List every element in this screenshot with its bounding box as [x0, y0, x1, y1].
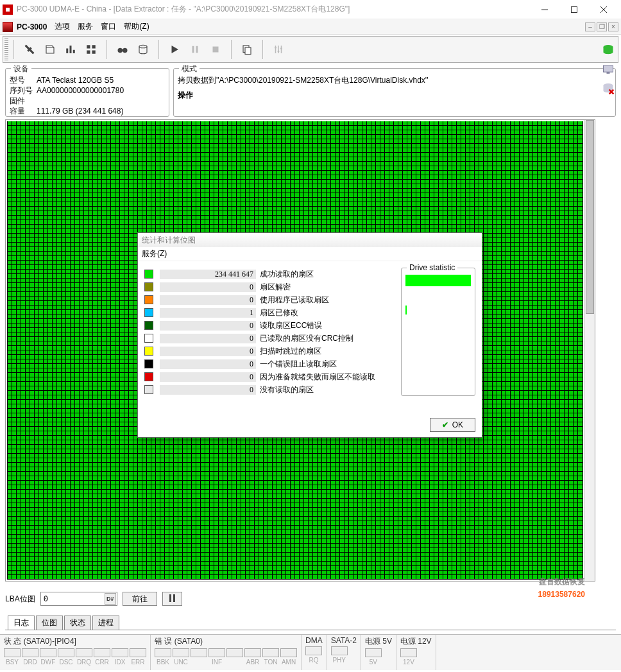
svg-point-11: [139, 45, 147, 48]
window-close-button[interactable]: [589, 0, 618, 19]
lba-unit-button[interactable]: D#: [105, 593, 116, 605]
tab-bitmap[interactable]: 位图: [36, 616, 63, 630]
stat-label: 扫描时跳过的扇区: [260, 346, 395, 357]
led-label: 12V: [403, 659, 414, 666]
label-serial: 序列号: [10, 85, 37, 96]
copy-icon[interactable]: [239, 42, 255, 57]
play-icon[interactable]: [167, 42, 182, 57]
toolbar-handle[interactable]: [4, 39, 8, 60]
status-group-header: 错 误 (SATA0): [155, 636, 297, 647]
pause-button[interactable]: [162, 592, 182, 606]
led-box: [40, 648, 56, 657]
mdi-close-button[interactable]: ×: [608, 22, 618, 31]
stat-row: 234 441 647成功读取的扇区: [144, 268, 395, 280]
status-led: [191, 648, 207, 666]
status-led: IDX: [112, 648, 128, 666]
check-icon: ✔: [442, 420, 448, 429]
status-led: TON: [262, 648, 279, 666]
app-icon: [3, 4, 13, 15]
led-box: [262, 648, 279, 657]
svg-point-18: [278, 51, 280, 53]
stat-label: 一个错误阻止读取扇区: [260, 359, 395, 370]
value-serial: AA000000000000001780: [37, 85, 165, 96]
stat-swatch: [144, 359, 153, 368]
stat-count: 0: [160, 321, 256, 331]
ok-button[interactable]: ✔ OK: [430, 418, 475, 432]
value-capacity: 111.79 GB (234 441 648): [37, 106, 165, 116]
disk-icon[interactable]: [600, 42, 616, 58]
status-group: 状 态 (SATA0)-[PIO4]BSYDRDDWFDSCDRQCRRIDXE…: [0, 635, 151, 670]
stats-icon[interactable]: [63, 42, 78, 57]
stat-swatch: [144, 282, 153, 291]
stat-swatch: [144, 372, 153, 381]
database-icon[interactable]: [135, 42, 151, 57]
binoculars-icon[interactable]: [115, 42, 130, 57]
status-led: DRQ: [76, 648, 92, 666]
led-label: DRQ: [77, 659, 91, 666]
led-label: PHY: [332, 657, 346, 664]
sliders-icon[interactable]: [271, 42, 286, 57]
lba-label: LBA位图: [5, 594, 35, 605]
led-box: [365, 648, 382, 657]
status-led: [226, 648, 243, 666]
tools-icon[interactable]: [22, 42, 37, 57]
window-maximize-button[interactable]: [559, 0, 589, 19]
status-led: BBK: [155, 648, 171, 666]
goto-button[interactable]: 前往: [123, 592, 157, 606]
led-label: CRR: [95, 659, 109, 666]
status-group: 电源 5V5V: [361, 635, 396, 670]
pause-icon[interactable]: [187, 42, 203, 57]
led-label: UNC: [174, 659, 188, 666]
screen-icon[interactable]: [600, 62, 616, 77]
svg-rect-22: [607, 73, 610, 74]
led-label: INF: [212, 659, 222, 666]
menu-help[interactable]: 帮助(Z): [124, 21, 149, 32]
led-label: TON: [264, 659, 278, 666]
stat-label: 已读取的扇区没有CRC控制: [260, 333, 395, 344]
status-led: PHY: [331, 646, 348, 664]
window-minimize-button[interactable]: [530, 0, 559, 19]
mode-panel-title: 模式: [179, 64, 200, 74]
mdi-restore-button[interactable]: ❐: [597, 22, 607, 31]
status-group-header: 状 态 (SATA0)-[PIO4]: [4, 636, 146, 647]
right-toolbar: [598, 39, 618, 96]
status-led: DSC: [58, 648, 74, 666]
led-box: [191, 648, 207, 657]
mdi-minimize-button[interactable]: –: [585, 22, 595, 31]
sectors-icon[interactable]: [83, 42, 99, 57]
bottom-tabs: 日志 位图 状态 进程: [5, 616, 616, 630]
status-group: DMARQ: [302, 635, 327, 670]
svg-rect-16: [245, 47, 251, 55]
status-group-header: SATA-2: [331, 636, 357, 645]
stat-row: 0没有读取的扇区: [144, 383, 395, 396]
stat-swatch: [144, 295, 153, 304]
stat-label: 成功读取的扇区: [260, 269, 395, 280]
led-label: RQ: [309, 657, 319, 664]
value-model: ATA Teclast 120GB S5: [37, 75, 165, 85]
menu-services[interactable]: 服务: [78, 21, 93, 32]
scrollbar-thumb[interactable]: [586, 120, 594, 314]
led-box: [58, 648, 74, 657]
menu-options[interactable]: 选项: [55, 21, 70, 32]
disk-cancel-icon[interactable]: [600, 81, 616, 96]
led-box: [22, 648, 38, 657]
led-label: DWF: [41, 659, 56, 666]
tab-status[interactable]: 状态: [64, 616, 91, 630]
drive-statistic-panel: Drive statistic: [401, 268, 475, 396]
copy-path-text: 拷贝数据到''A:\PC3000\20190921-SM2258XT台电128G…: [178, 75, 611, 86]
document-icon[interactable]: [42, 42, 58, 57]
device-panel-title: 设备: [11, 64, 31, 74]
title-bar: PC-3000 UDMA-E - China - [Data Extractor…: [0, 0, 621, 19]
dialog-menu-services[interactable]: 服务(Z): [138, 247, 482, 261]
drive-statistic-bar: [405, 275, 471, 286]
tab-log[interactable]: 日志: [8, 616, 35, 630]
stat-row: 0扇区解密: [144, 280, 395, 293]
stat-row: 1扇区已修改: [144, 306, 395, 319]
tab-process[interactable]: 进程: [92, 616, 119, 630]
led-box: [280, 648, 297, 657]
svg-rect-6: [87, 51, 90, 54]
value-firmware: [37, 96, 165, 106]
menu-window[interactable]: 窗口: [101, 21, 116, 32]
stop-icon[interactable]: [208, 42, 223, 57]
map-scrollbar[interactable]: [584, 120, 595, 581]
